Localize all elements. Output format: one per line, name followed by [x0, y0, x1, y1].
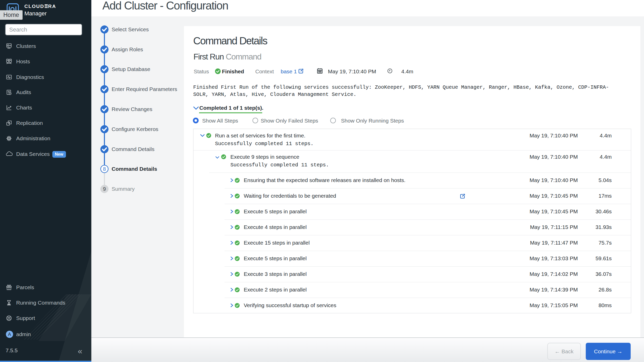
svg-text:9: 9 — [103, 186, 106, 192]
svg-text:8: 8 — [103, 166, 106, 172]
